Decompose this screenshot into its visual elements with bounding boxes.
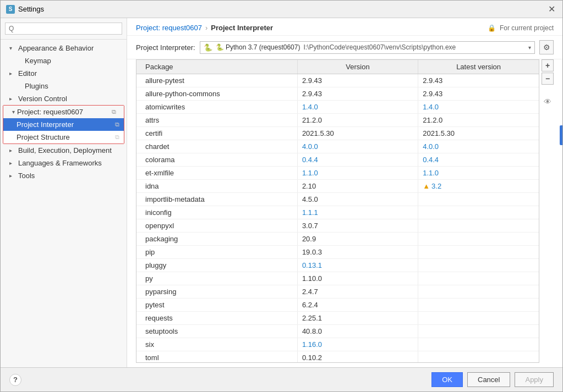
apply-button[interactable]: Apply — [515, 372, 554, 387]
cell-latest: 0.4.4 — [418, 153, 539, 167]
titlebar: S Settings ✕ — [1, 1, 562, 18]
remove-package-button[interactable]: − — [542, 73, 554, 85]
cell-version: 40.8.0 — [297, 325, 418, 338]
table-row[interactable]: toml0.10.2 — [136, 351, 539, 363]
footer: ? OK Cancel Apply — [1, 367, 562, 391]
close-button[interactable]: ✕ — [546, 4, 557, 15]
cell-version: 2.10 — [297, 180, 418, 193]
expand-arrow — [9, 173, 16, 179]
table-row[interactable]: importlib-metadata4.5.0 — [136, 193, 539, 206]
cell-version: 1.16.0 — [297, 338, 418, 351]
table-actions: + − 👁 — [539, 59, 554, 363]
table-row[interactable]: pyparsing2.4.7 — [136, 285, 539, 299]
settings-dialog: S Settings ✕ Appearance & Behavior Keyma… — [0, 0, 563, 392]
sidebar-item-plugins[interactable]: Plugins — [1, 80, 127, 92]
cell-package: atomicwrites — [136, 101, 297, 114]
sidebar-item-languages[interactable]: Languages & Frameworks — [1, 157, 127, 169]
col-version[interactable]: Version — [297, 60, 418, 74]
cell-version: 19.0.3 — [297, 246, 418, 259]
table-row[interactable]: packaging20.9 — [136, 233, 539, 246]
cell-latest: 2021.5.30 — [418, 127, 539, 140]
table-row[interactable]: colorama0.4.40.4.4 — [136, 153, 539, 167]
cell-package: importlib-metadata — [136, 193, 297, 206]
table-row[interactable]: py1.10.0 — [136, 272, 539, 285]
cell-version: 6.2.4 — [297, 299, 418, 312]
cell-version: 4.0.0 — [297, 140, 418, 153]
cell-package: attrs — [136, 114, 297, 127]
sidebar-item-appearance[interactable]: Appearance & Behavior — [1, 42, 127, 54]
eye-button[interactable]: 👁 — [542, 96, 554, 108]
table-row[interactable]: pytest6.2.4 — [136, 299, 539, 312]
sidebar-item-keymap[interactable]: Keymap — [1, 54, 127, 67]
sidebar-item-project[interactable]: ▾ Project: request0607 ⧉ — [3, 106, 124, 118]
help-button[interactable]: ? — [9, 374, 21, 386]
cell-package: pytest — [136, 299, 297, 312]
sidebar-item-tools[interactable]: Tools — [1, 169, 127, 182]
cell-package: colorama — [136, 153, 297, 167]
sidebar: Appearance & Behavior Keymap Editor Plug… — [1, 18, 127, 367]
table-row[interactable]: openpyxl3.0.7 — [136, 219, 539, 233]
sidebar-item-build[interactable]: Build, Execution, Deployment — [1, 144, 127, 157]
cell-package: packaging — [136, 233, 297, 246]
table-row[interactable]: setuptools40.8.0 — [136, 325, 539, 338]
scroll-indicator — [560, 125, 562, 145]
table-scroll[interactable]: Package Version Latest version allure-py… — [136, 60, 539, 362]
table-row[interactable]: pluggy0.13.1 — [136, 259, 539, 272]
table-row[interactable]: idna2.10▲3.2 — [136, 180, 539, 193]
cell-latest: 1.1.0 — [418, 167, 539, 180]
ok-button[interactable]: OK — [431, 372, 463, 387]
cancel-button[interactable]: Cancel — [467, 372, 510, 387]
cell-package: pip — [136, 246, 297, 259]
table-row[interactable]: requests2.25.1 — [136, 312, 539, 325]
cell-version: 1.1.1 — [297, 206, 418, 219]
table-row[interactable]: pip19.0.3 — [136, 246, 539, 259]
col-latest[interactable]: Latest version — [418, 60, 539, 74]
cell-latest: 2.9.43 — [418, 74, 539, 87]
breadcrumb-parent[interactable]: Project: request0607 — [136, 24, 202, 32]
for-current-label: 🔒 For current project — [488, 24, 554, 32]
table-row[interactable]: six1.16.0 — [136, 338, 539, 351]
cell-package: requests — [136, 312, 297, 325]
table-row[interactable]: et-xmlfile1.1.01.1.0 — [136, 167, 539, 180]
interpreter-select[interactable]: 🐍 🐍 Python 3.7 (request0607) I:\PythonCo… — [200, 41, 535, 54]
cell-latest — [418, 233, 539, 246]
cell-package: py — [136, 272, 297, 285]
cell-version: 1.1.0 — [297, 167, 418, 180]
python-icon: 🐍 — [204, 43, 212, 52]
table-row[interactable]: allure-python-commons2.9.432.9.43 — [136, 87, 539, 101]
cell-version: 4.5.0 — [297, 193, 418, 206]
sidebar-item-editor[interactable]: Editor — [1, 67, 127, 80]
expand-arrow — [9, 160, 16, 166]
table-row[interactable]: chardet4.0.04.0.0 — [136, 140, 539, 153]
gear-button[interactable]: ⚙ — [539, 40, 554, 54]
add-package-button[interactable]: + — [542, 59, 554, 71]
cell-latest — [418, 259, 539, 272]
table-row[interactable]: atomicwrites1.4.01.4.0 — [136, 101, 539, 114]
table-row[interactable]: iniconfig1.1.1 — [136, 206, 539, 219]
expand-arrow — [9, 147, 16, 153]
cell-version: 20.9 — [297, 233, 418, 246]
table-row[interactable]: attrs21.2.021.2.0 — [136, 114, 539, 127]
cell-package: allure-python-commons — [136, 87, 297, 101]
table-row[interactable]: allure-pytest2.9.432.9.43 — [136, 74, 539, 87]
col-package[interactable]: Package — [136, 60, 297, 74]
cell-latest — [418, 299, 539, 312]
cell-package: chardet — [136, 140, 297, 153]
chevron-down-icon: ▾ — [528, 45, 531, 51]
cell-package: et-xmlfile — [136, 167, 297, 180]
expand-arrow — [9, 96, 16, 102]
cell-latest: ▲3.2 — [418, 180, 539, 193]
cell-version: 0.4.4 — [297, 153, 418, 167]
cell-latest — [418, 246, 539, 259]
cell-version: 21.2.0 — [297, 114, 418, 127]
sidebar-item-version-control[interactable]: Version Control — [1, 92, 127, 105]
sidebar-item-project-structure[interactable]: Project Structure ⧉ — [3, 131, 124, 143]
sidebar-item-project-interpreter[interactable]: Project Interpreter ⧉ — [3, 118, 124, 131]
search-input[interactable] — [5, 23, 122, 35]
app-icon: S — [6, 5, 15, 14]
cell-version: 2.9.43 — [297, 87, 418, 101]
table-area: Package Version Latest version allure-py… — [127, 59, 562, 367]
cell-package: openpyxl — [136, 219, 297, 233]
table-row[interactable]: certifi2021.5.302021.5.30 — [136, 127, 539, 140]
copy-icon-interpreter: ⧉ — [115, 121, 119, 128]
